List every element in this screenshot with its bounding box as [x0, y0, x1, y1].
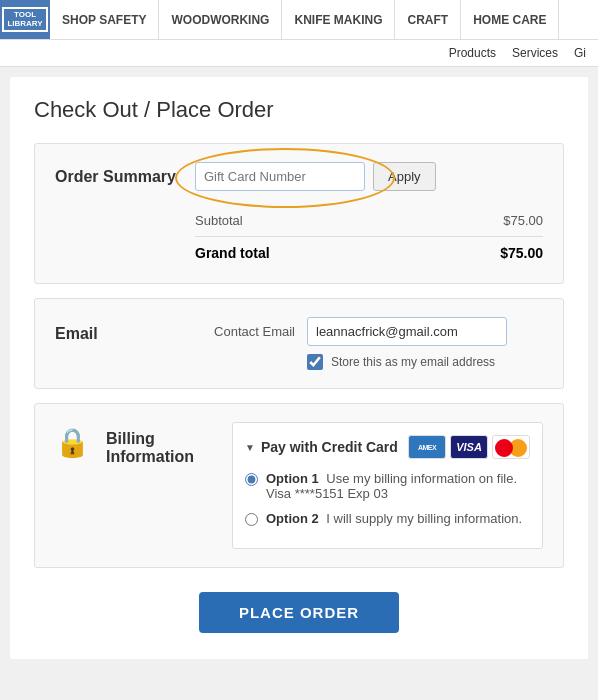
- option-1-label: Option 1: [266, 471, 319, 486]
- option-2-label: Option 2: [266, 511, 319, 526]
- mastercard-icon: [492, 435, 530, 459]
- subtotal-label: Subtotal: [195, 213, 243, 228]
- lock-icon: 🔒: [55, 426, 90, 459]
- gift-card-wrapper: Apply: [195, 162, 436, 191]
- billing-section: 🔒 Billing Information ▼ Pay with Credit …: [34, 403, 564, 568]
- email-contact-row: Contact Email: [195, 317, 543, 346]
- store-email-row: Store this as my email address: [307, 354, 543, 370]
- secondary-nav-products[interactable]: Products: [449, 46, 496, 60]
- nav-item-home-care[interactable]: HOME CARE: [461, 0, 559, 39]
- grand-total-label: Grand total: [195, 245, 270, 261]
- store-email-label: Store this as my email address: [331, 355, 495, 369]
- billing-option-1-radio[interactable]: [245, 473, 258, 486]
- order-summary-layout: Order Summary Apply Subtotal $75.00 Gran…: [55, 162, 543, 265]
- email-input[interactable]: [307, 317, 507, 346]
- grand-total-row: Grand total $75.00: [195, 236, 543, 265]
- secondary-nav-gi[interactable]: Gi: [574, 46, 586, 60]
- subtotal-row: Subtotal $75.00: [195, 209, 543, 232]
- credit-card-header: ▼ Pay with Credit Card AMEX VISA: [245, 435, 530, 459]
- billing-option-2-radio[interactable]: [245, 513, 258, 526]
- secondary-navigation: Products Services Gi: [0, 40, 598, 67]
- order-summary-section: Order Summary Apply Subtotal $75.00 Gran…: [34, 143, 564, 284]
- contact-email-label: Contact Email: [195, 324, 295, 339]
- card-icons: AMEX VISA: [408, 435, 530, 459]
- billing-label: Billing Information: [106, 422, 216, 466]
- email-section-layout: Email Contact Email Store this as my ema…: [55, 317, 543, 370]
- top-navigation: TOOL LIBRARY SHOP SAFETY WOODWORKING KNI…: [0, 0, 598, 40]
- subtotal-value: $75.00: [503, 213, 543, 228]
- billing-right: ▼ Pay with Credit Card AMEX VISA: [232, 422, 543, 549]
- gift-card-input[interactable]: [195, 162, 365, 191]
- place-order-button[interactable]: PLACE ORDER: [199, 592, 399, 633]
- visa-card-icon: VISA: [450, 435, 488, 459]
- credit-card-title: ▼ Pay with Credit Card: [245, 439, 398, 455]
- apply-gift-card-button[interactable]: Apply: [373, 162, 436, 191]
- nav-items: SHOP SAFETY WOODWORKING KNIFE MAKING CRA…: [50, 0, 559, 39]
- nav-item-woodworking[interactable]: WOODWORKING: [159, 0, 282, 39]
- main-content: Check Out / Place Order Order Summary Ap…: [10, 77, 588, 659]
- billing-option-2: Option 2 I will supply my billing inform…: [245, 511, 530, 526]
- billing-option-1: Option 1 Use my billing information on f…: [245, 471, 530, 501]
- email-right: Contact Email Store this as my email add…: [195, 317, 543, 370]
- logo: TOOL LIBRARY: [0, 0, 50, 39]
- place-order-row: PLACE ORDER: [34, 582, 564, 639]
- option-2-text: I will supply my billing information.: [326, 511, 522, 526]
- nav-item-knife-making[interactable]: KNIFE MAKING: [282, 0, 395, 39]
- page-title: Check Out / Place Order: [34, 97, 564, 123]
- nav-item-shop-safety[interactable]: SHOP SAFETY: [50, 0, 159, 39]
- store-email-checkbox[interactable]: [307, 354, 323, 370]
- order-summary-right: Apply Subtotal $75.00 Grand total $75.00: [195, 162, 543, 265]
- amex-card-icon: AMEX: [408, 435, 446, 459]
- email-section: Email Contact Email Store this as my ema…: [34, 298, 564, 389]
- chevron-down-icon: ▼: [245, 442, 255, 453]
- billing-layout: 🔒 Billing Information ▼ Pay with Credit …: [55, 422, 543, 549]
- secondary-nav-services[interactable]: Services: [512, 46, 558, 60]
- grand-total-value: $75.00: [500, 245, 543, 261]
- nav-item-craft[interactable]: CRAFT: [395, 0, 461, 39]
- order-summary-label: Order Summary: [55, 162, 195, 186]
- order-totals: Subtotal $75.00 Grand total $75.00: [195, 209, 543, 265]
- email-section-label: Email: [55, 317, 195, 343]
- logo-text: TOOL LIBRARY: [2, 7, 47, 33]
